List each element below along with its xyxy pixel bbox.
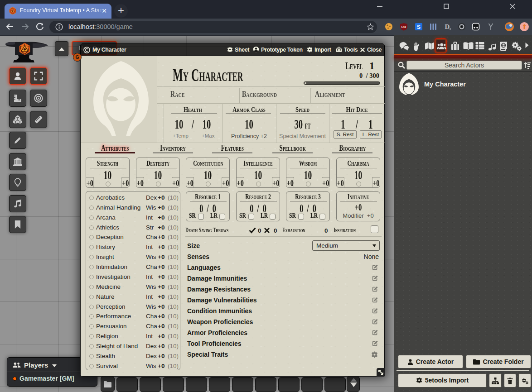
svg-text:S: S	[417, 24, 421, 30]
svg-text:UO: UO	[401, 25, 406, 29]
svg-text:D: D	[445, 23, 450, 30]
